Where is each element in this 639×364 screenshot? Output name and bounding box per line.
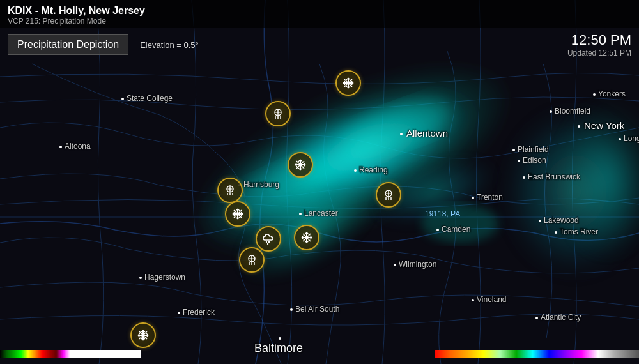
header: KDIX - Mt. Holly, New Jersey VCP 215: Pr…	[0, 0, 639, 28]
velocity-scale	[435, 350, 639, 358]
time-main: 12:50 PM	[567, 32, 631, 49]
station-subtitle: VCP 215: Precipitation Mode	[8, 17, 631, 26]
precipitation-scale	[0, 350, 141, 358]
color-scale-bar-right	[435, 350, 639, 358]
top-bar: Precipitation Depiction Elevation = 0.5°…	[0, 32, 639, 57]
color-scale-bar-left	[0, 350, 141, 358]
station-title: KDIX - Mt. Holly, New Jersey	[8, 5, 631, 17]
elevation-label: Elevation = 0.5°	[140, 40, 199, 50]
time-updated: Updated 12:51 PM	[567, 49, 631, 57]
time-display: 12:50 PM Updated 12:51 PM	[567, 32, 631, 57]
panel-label[interactable]: Precipitation Depiction	[8, 34, 128, 55]
